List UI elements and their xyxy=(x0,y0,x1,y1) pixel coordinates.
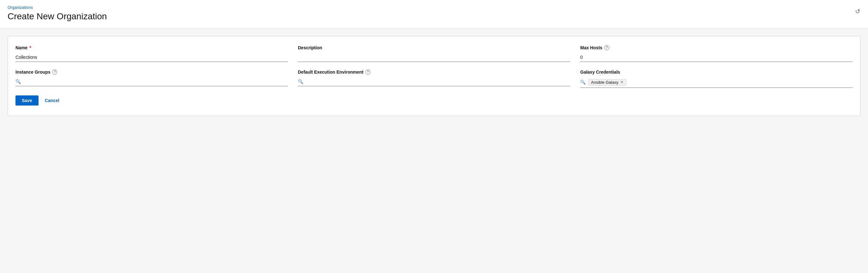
form-actions: Save Cancel xyxy=(16,95,852,105)
history-icon[interactable]: ↺ xyxy=(855,7,861,15)
form-group-default-exec-env: Default Execution Environment ? 🔍 xyxy=(298,69,570,88)
default-exec-env-label: Default Execution Environment ? xyxy=(298,69,570,74)
form-group-name: Name * xyxy=(16,45,288,62)
galaxy-credentials-input-wrapper: 🔍 Ansible Galaxy ✕ xyxy=(580,77,852,88)
content-area: Name * Description Max Hosts ? xyxy=(0,28,868,270)
default-exec-env-search-icon: 🔍 xyxy=(298,79,303,84)
instance-groups-search-icon: 🔍 xyxy=(16,79,21,84)
name-input[interactable] xyxy=(16,53,288,62)
max-hosts-input[interactable] xyxy=(580,53,852,62)
form-group-max-hosts: Max Hosts ? xyxy=(580,45,852,62)
default-exec-env-help-icon[interactable]: ? xyxy=(366,69,371,74)
name-label: Name * xyxy=(16,45,288,50)
galaxy-credentials-chip: Ansible Galaxy ✕ xyxy=(588,79,626,86)
form-row-1: Name * Description Max Hosts ? xyxy=(16,45,852,62)
default-exec-env-search-input[interactable] xyxy=(306,77,570,86)
galaxy-credentials-label: Galaxy Credentials xyxy=(580,69,852,74)
form-card: Name * Description Max Hosts ? xyxy=(7,36,861,116)
form-row-2: Instance Groups ? 🔍 Default Execution En… xyxy=(16,69,852,88)
chip-label: Ansible Galaxy xyxy=(591,80,618,85)
required-star: * xyxy=(29,45,31,50)
galaxy-credentials-search-icon: 🔍 xyxy=(580,80,586,85)
instance-groups-help-icon[interactable]: ? xyxy=(52,69,57,74)
breadcrumb-link[interactable]: Organizations xyxy=(7,5,107,10)
default-exec-env-input-wrapper: 🔍 xyxy=(298,77,570,86)
form-group-description: Description xyxy=(298,45,570,62)
description-input[interactable] xyxy=(298,53,570,62)
page-title: Create New Organization xyxy=(7,11,107,22)
instance-groups-search-input[interactable] xyxy=(23,77,288,86)
cancel-button[interactable]: Cancel xyxy=(43,95,61,105)
max-hosts-help-icon[interactable]: ? xyxy=(604,45,609,50)
instance-groups-input-wrapper: 🔍 xyxy=(16,77,288,86)
chip-remove-button[interactable]: ✕ xyxy=(620,80,623,84)
save-button[interactable]: Save xyxy=(16,95,38,105)
page-header: Organizations Create New Organization ↺ xyxy=(0,0,868,28)
instance-groups-label: Instance Groups ? xyxy=(16,69,288,74)
form-group-instance-groups: Instance Groups ? 🔍 xyxy=(16,69,288,88)
max-hosts-label: Max Hosts ? xyxy=(580,45,852,50)
description-label: Description xyxy=(298,45,570,50)
form-group-galaxy-credentials: Galaxy Credentials 🔍 Ansible Galaxy ✕ xyxy=(580,69,852,88)
